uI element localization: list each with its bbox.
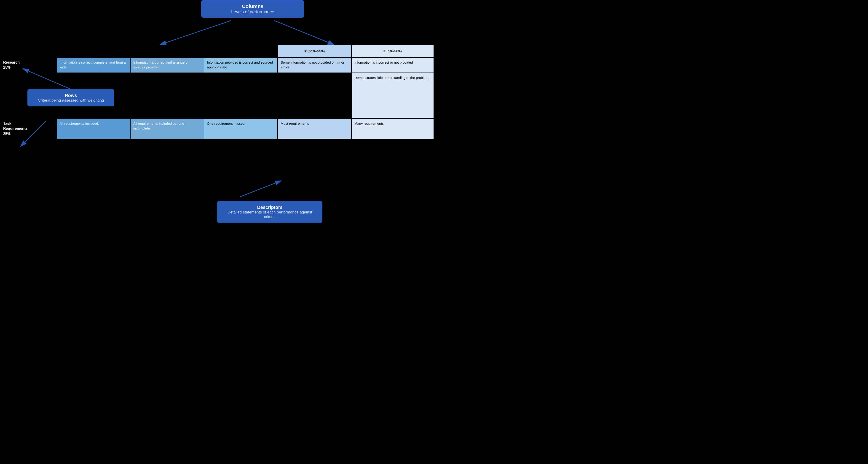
descriptors-callout: Descriptors Detailed statements of each … [217, 201, 322, 223]
research-d1: Information is correct, complete, and fr… [57, 57, 130, 73]
descriptors-subtitle: Detailed statements of each performance … [222, 210, 318, 219]
middle-f: Demonstrates little understanding of the… [351, 73, 434, 118]
rows-callout: Rows Criteria being assessed with weight… [27, 89, 114, 107]
bottom-c4 [204, 139, 278, 166]
task-d1: All requirements included. [57, 118, 130, 139]
research-d2: Information is correct and a range of so… [130, 57, 204, 73]
columns-subtitle: Levels of performance [206, 9, 300, 14]
bottom-c6 [351, 139, 434, 166]
bottom-c2 [57, 139, 130, 166]
bottom-c3 [130, 139, 204, 166]
bottom-row [0, 139, 434, 166]
header-c4 [204, 45, 278, 57]
header-c1 [0, 45, 57, 57]
research-d3: Information provided is correct and sour… [204, 57, 278, 73]
task-criteria: TaskRequirements25% [0, 118, 57, 139]
bottom-c5 [278, 139, 351, 166]
research-criteria: Research25% [0, 57, 57, 73]
research-row: Research25% Information is correct, comp… [0, 57, 434, 73]
task-row: TaskRequirements25% All requirements inc… [0, 118, 434, 139]
rows-title: Rows [32, 93, 110, 98]
bottom-c1 [0, 139, 57, 166]
header-row: P (50%-64%) F (0%-49%) [0, 45, 434, 57]
header-c2 [57, 45, 130, 57]
header-f: F (0%-49%) [351, 45, 434, 57]
middle-p [278, 73, 351, 118]
task-d3: One requirement missed. [204, 118, 278, 139]
svg-line-2 [160, 21, 231, 45]
middle-d2 [130, 73, 204, 118]
header-c3 [130, 45, 204, 57]
svg-line-3 [274, 21, 334, 45]
task-d2: All requirements included but one incomp… [130, 118, 204, 139]
columns-title: Columns [206, 3, 300, 9]
page-wrapper: Columns Levels of performance P (50%-64%… [0, 0, 434, 232]
task-p: Most requirements [278, 118, 351, 139]
research-p: Some information is not provided or mino… [278, 57, 351, 73]
research-f: Information is incorrect or not provided [351, 57, 434, 73]
rows-subtitle: Criteria being assessed with weighting [32, 98, 110, 103]
descriptors-title: Descriptors [222, 205, 318, 210]
table-area: P (50%-64%) F (0%-49%) Research25% Infor… [0, 45, 434, 232]
task-f: Many requirements [351, 118, 434, 139]
header-p: P (50%-64%) [278, 45, 351, 57]
columns-callout: Columns Levels of performance [201, 0, 304, 18]
middle-d3 [204, 73, 278, 118]
